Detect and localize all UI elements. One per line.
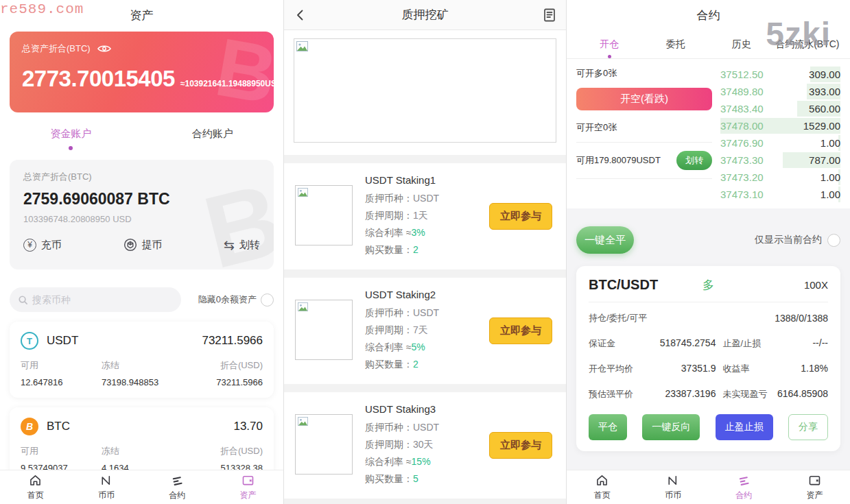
contract-icon [737,473,751,488]
liq-price-label: 预估强平价 [589,388,633,400]
tabbar-home[interactable]: 首页 [0,470,71,504]
orderbook-row[interactable]: 37512.50309.00 [720,66,840,83]
spot-trade-icon [99,473,113,488]
broken-image-icon [298,417,308,426]
join-now-button[interactable]: 立即参与 [489,203,552,230]
page-title: 合约 [697,8,720,23]
tab-orders[interactable]: 委托 [642,38,708,51]
bottom-tabbar: 首页 币币 合约 资产 [567,470,850,504]
home-icon [595,473,609,488]
orderbook-row[interactable]: 37483.40560.00 [720,100,840,117]
share-button[interactable]: 分享 [788,414,828,440]
tpsl-button[interactable]: 止盈止损 [716,414,773,440]
tabbar-contract[interactable]: 合约 [709,470,779,504]
bottom-tabbar: 首页 币币 合约 资产 [0,470,283,504]
orderbook-row[interactable]: 37489.80393.00 [720,83,840,100]
transfer-button[interactable]: 划转 [676,151,712,170]
staking-thumb-placeholder [295,185,353,245]
orderbook-row[interactable]: 37473.201.00 [720,169,840,186]
qty-label: 购买数量： [365,473,413,484]
total-assets-value: 2773.70015405 [22,66,175,92]
home-icon [28,473,43,488]
staking-title: USDT Staking3 [365,403,489,415]
tab-contract-account[interactable]: 合约账户 [142,128,284,150]
tpsl-label: 止盈/止损 [722,337,761,350]
close-position-button[interactable]: 平仓 [589,414,627,440]
funds-label: 总资产折合(BTC) [23,171,260,183]
tabbar-contract[interactable]: 合约 [142,470,213,504]
broken-image-icon [296,41,308,51]
divider [576,178,712,179]
tab-funds-account[interactable]: 资金账户 [0,128,142,150]
staking-header: 质押挖矿 [284,0,566,30]
tab-history[interactable]: 历史 [709,38,775,51]
back-icon[interactable] [294,8,307,22]
join-now-button[interactable]: 立即参与 [489,432,552,459]
liq-price-value: 23387.3196 [665,388,716,399]
period-value: 7天 [413,324,428,335]
staking-panel: 质押挖矿 USDT Staking1 [283,0,567,504]
orderbook-row[interactable]: 37473.30787.00 [720,152,840,169]
page-title: 质押挖矿 [402,7,449,23]
rate-value: 15% [412,456,431,467]
hide-zero-toggle[interactable] [261,293,274,307]
position-card: BTC/USDT 多 100X 持仓/委托/可平 1388/0/1388 保证金… [576,266,840,451]
wallet-icon [241,473,255,488]
open-short-button[interactable]: 开空(看跌) [576,88,712,110]
tabbar-spot[interactable]: 币币 [637,470,708,504]
spot-trade-icon [665,473,680,488]
qty-label: 购买数量： [365,359,413,370]
open-long-label: 可开多0张 [576,67,712,80]
period-value: 30天 [413,439,434,450]
only-current-toggle[interactable] [827,234,840,247]
account-tabs: 资金账户 合约账户 [0,128,283,150]
contract-panel: 5zki 合约 开仓 委托 历史 合约流水(BTC) 可开多0张 开空(看跌) … [567,0,850,504]
transfer-button[interactable]: ⇆ 划转 [224,238,260,252]
tab-contract-flow[interactable]: 合约流水(BTC) [775,38,840,51]
position-pair: BTC/USDT [589,277,668,293]
withdraw-button[interactable]: 提币 [123,238,163,252]
coin-value: USDT [413,422,439,433]
rate-label: 综合利率 ≈ [365,227,412,238]
qty-label: 购买数量： [365,244,413,255]
tabbar-assets[interactable]: 资产 [213,470,283,504]
staking-thumb-placeholder [295,300,353,360]
cube-icon [123,238,137,252]
period-label: 质押周期： [365,210,413,221]
position-holdings-label: 持仓/委托/可平 [589,312,647,324]
coin-label: 质押币种： [365,307,413,318]
staking-thumb-placeholder [295,414,353,475]
available-label: 可用 [21,445,102,457]
only-current-label: 仅显示当前合约 [755,234,822,246]
broken-image-icon [298,188,308,197]
open-short-label: 可开空0张 [576,121,712,134]
orderbook-row[interactable]: 37476.901.00 [720,134,840,152]
asset-symbol: BTC [47,420,233,433]
position-holdings-value: 1388/0/1388 [775,313,828,324]
available-value: 12.647816 [21,377,102,387]
tabbar-home[interactable]: 首页 [567,470,637,504]
qty-value: 5 [413,473,418,484]
orderbook-row[interactable]: 37478.001529.00 [720,117,840,134]
converted-value: 73211.5966 [216,377,263,387]
asset-row-usdt[interactable]: T USDT 73211.5966 可用 12.647816 冻结 73198.… [10,322,274,398]
join-now-button[interactable]: 立即参与 [489,317,552,344]
reverse-position-button[interactable]: 一键反向 [642,414,700,440]
close-all-button[interactable]: 一键全平 [576,226,634,254]
funds-summary-card: B 总资产折合(BTC) 2759.69060087 BTC 103396748… [10,160,274,269]
divider [589,302,828,302]
deposit-button[interactable]: ¥ 充币 [23,238,62,252]
contract-header: 合约 [567,0,850,30]
wallet-icon [807,473,822,488]
orderbook-row[interactable]: 37473.101.00 [720,186,840,203]
eye-icon[interactable] [97,44,111,53]
tabbar-assets[interactable]: 资产 [779,470,850,504]
search-input[interactable] [32,294,156,305]
rate-label: 综合利率 ≈ [365,341,412,352]
orders-list-icon[interactable] [543,8,556,23]
search-pill [10,287,181,312]
active-tab-dot [69,146,73,150]
tab-open-position[interactable]: 开仓 [576,38,642,51]
tabbar-spot[interactable]: 币币 [71,470,141,504]
app: re589.com 资产 B 总资产折合(BTC) 2773.70015405 … [0,0,850,504]
